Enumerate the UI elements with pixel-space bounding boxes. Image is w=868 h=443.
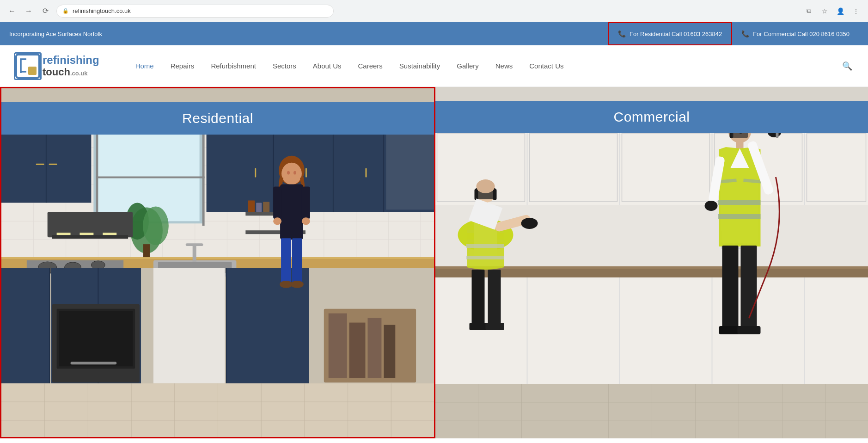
svg-rect-81 [280,185,303,240]
back-button[interactable]: ← [6,5,18,18]
svg-rect-167 [718,200,761,205]
svg-rect-177 [741,246,757,329]
url-text: refinishingtouch.co.uk [73,7,131,14]
svg-rect-87 [292,238,302,284]
nav-news[interactable]: News [487,45,521,87]
svg-rect-83 [302,187,310,219]
nav-sustainability[interactable]: Sustainability [391,45,448,87]
nav-careers[interactable]: Careers [349,45,391,87]
svg-rect-157 [488,270,501,325]
svg-rect-53 [193,244,196,262]
svg-rect-110 [435,131,868,205]
svg-rect-67 [71,362,117,364]
svg-rect-41 [255,168,256,178]
svg-rect-76 [263,202,269,212]
commercial-label: Commercial [435,101,868,133]
svg-rect-68 [153,268,225,383]
svg-rect-176 [722,246,739,329]
svg-point-79 [287,171,290,175]
browser-chrome: ← → ⟳ 🔒 refinishingtouch.co.uk ⧉ ☆ 👤 ⋮ [0,0,868,22]
svg-rect-40 [386,134,434,209]
logo[interactable]: refinishing touch.co.uk [14,52,99,80]
svg-rect-90 [1,383,434,437]
hero-container: Residential [0,87,868,438]
svg-rect-60 [1,268,50,383]
svg-rect-48 [103,233,116,235]
svg-rect-156 [472,270,485,325]
svg-rect-179 [738,326,761,334]
svg-rect-130 [435,384,868,438]
commercial-phone-label: For Commercial Call 020 8616 0350 [753,31,850,37]
nav-about-us[interactable]: About Us [305,45,350,87]
svg-rect-106 [367,318,381,378]
svg-point-89 [291,281,304,288]
svg-rect-43 [365,168,367,178]
extensions-button[interactable]: ⧉ [802,5,815,18]
svg-point-154 [521,218,538,229]
svg-rect-158 [470,323,488,330]
residential-scene [1,88,434,437]
residential-label: Residential [1,102,434,135]
search-icon[interactable]: 🔍 [840,59,854,73]
refresh-button[interactable]: ⟳ [39,5,52,18]
svg-rect-145 [493,189,497,200]
svg-rect-107 [384,325,395,378]
browser-controls: ← → ⟳ [6,5,52,18]
svg-rect-159 [486,323,504,330]
nav-home[interactable]: Home [127,45,162,87]
address-bar[interactable]: 🔒 refinishingtouch.co.uk [56,5,334,18]
nav-repairs[interactable]: Repairs [162,45,203,87]
nav-bar: refinishing touch.co.uk Home Repairs Ref… [0,45,868,87]
svg-rect-82 [273,187,281,219]
svg-rect-42 [306,168,307,178]
phone-icon-commercial: 📞 [741,30,749,37]
browser-actions: ⧉ ☆ 👤 ⋮ [802,5,862,18]
svg-point-34 [143,206,169,245]
svg-point-85 [302,217,310,225]
logo-box [14,52,42,80]
logo-text-touch: touch.co.uk [43,67,99,78]
svg-point-146 [477,179,495,193]
nav-gallery[interactable]: Gallery [448,45,487,87]
commercial-phone-btn[interactable]: 📞 For Commercial Call 020 8616 0350 [732,22,859,45]
svg-rect-54 [186,243,203,246]
svg-point-175 [705,201,718,211]
svg-rect-50 [1,257,434,259]
bookmark-button[interactable]: ☆ [818,5,831,18]
svg-point-88 [280,281,293,288]
svg-rect-46 [57,233,71,235]
top-bar: Incorporating Ace Surfaces Norfolk 📞 For… [0,22,868,45]
svg-rect-29 [96,131,98,226]
nav-sectors[interactable]: Sectors [264,45,305,87]
svg-rect-151 [466,244,504,248]
profile-button[interactable]: 👤 [834,5,847,18]
svg-rect-25 [36,164,44,165]
logo-text-refinishing: refinishing [43,54,99,66]
residential-section[interactable]: Residential [0,87,435,438]
navigation-links: Home Repairs Refurbishment Sectors About… [127,45,854,87]
lock-icon: 🔒 [62,8,69,14]
svg-point-84 [273,217,281,225]
logo-icon [15,54,40,79]
svg-rect-1 [28,67,37,75]
svg-point-78 [281,163,302,185]
svg-rect-30 [202,131,205,226]
svg-rect-104 [329,314,347,378]
svg-rect-144 [475,189,478,200]
phone-icon-residential: 📞 [618,30,626,37]
svg-rect-74 [248,200,255,212]
nav-refurbishment[interactable]: Refurbishment [202,45,264,87]
svg-rect-26 [49,164,57,165]
residential-phone-btn[interactable]: 📞 For Residential Call 01603 263842 [608,22,732,45]
tagline: Incorporating Ace Surfaces Norfolk [9,31,102,37]
forward-button[interactable]: → [22,5,35,18]
commercial-scene [435,87,868,438]
logo-text: refinishing touch.co.uk [43,54,99,78]
svg-rect-168 [718,214,761,219]
svg-rect-45 [52,235,128,239]
nav-contact-us[interactable]: Contact Us [521,45,572,87]
more-button[interactable]: ⋮ [850,5,862,18]
commercial-section[interactable]: Commercial [435,87,868,438]
svg-rect-75 [256,203,262,212]
svg-rect-47 [79,233,93,235]
